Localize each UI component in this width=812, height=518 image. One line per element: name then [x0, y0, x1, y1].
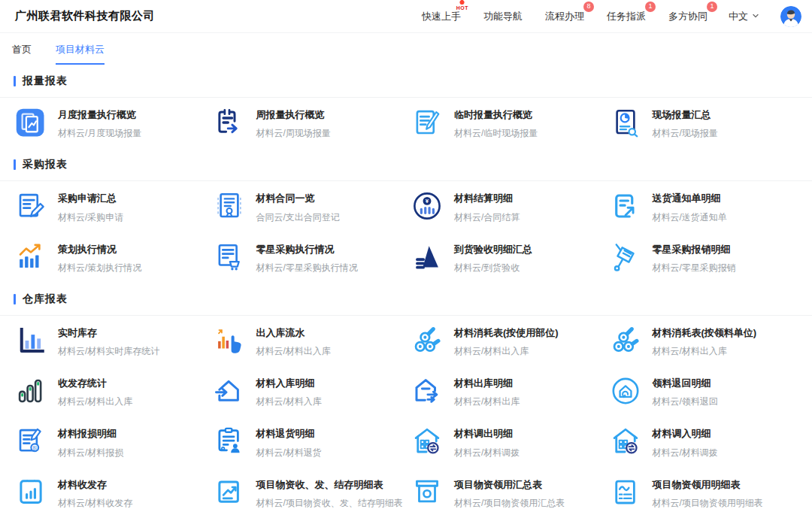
report-card[interactable]: 月度报量执行概览材料云/月度现场报量: [15, 98, 214, 148]
report-card[interactable]: 到货验收明细汇总材料云/到货验收: [411, 232, 610, 283]
card-texts: 临时报量执行概览材料云/临时现场报量: [454, 107, 538, 140]
section-header: 报量报表: [0, 65, 812, 88]
card-texts: 材料消耗表(按使用部位)材料云/材料出入库: [454, 325, 559, 358]
bin-circle-icon: [411, 477, 443, 508]
language-switcher[interactable]: 中文: [729, 10, 759, 23]
card-title: 出入库流水: [256, 327, 331, 339]
report-card[interactable]: 现场报量汇总材料云/现场报量: [610, 98, 808, 148]
report-card[interactable]: 零星采购执行情况材料云/零星采购执行情况: [214, 232, 412, 283]
doc-cart-icon: [214, 241, 245, 273]
card-path: 材料云/项目物资领用明细表: [653, 497, 763, 510]
card-path: 材料云/送货通知单: [653, 211, 727, 224]
notification-badge: 8: [583, 2, 594, 12]
tab-home[interactable]: 首页: [12, 43, 32, 65]
house-arrow-in-icon: [214, 375, 245, 407]
card-title: 月度报量执行概览: [58, 109, 141, 121]
user-avatar[interactable]: [780, 6, 801, 27]
report-card[interactable]: 项目物资领用明细表材料云/项目物资领用明细表: [610, 468, 808, 518]
report-card[interactable]: 材料入库明细材料云/材料入库: [214, 366, 412, 417]
report-card[interactable]: 材料消耗表(按使用部位)材料云/材料出入库: [411, 316, 610, 366]
card-grid: 实时库存材料云/材料实时库存统计出入库流水材料云/材料出入库材料消耗表(按使用部…: [0, 316, 812, 518]
section-warehouse-reports: 仓库报表实时库存材料云/材料实时库存统计出入库流水材料云/材料出入库材料消耗表(…: [0, 283, 812, 518]
card-texts: 零星采购报销明细材料云/零星采购报销: [653, 241, 736, 274]
card-path: 材料云/材料收发存: [58, 497, 132, 510]
card-path: 材料云/合同结算: [454, 211, 520, 224]
card-title: 材料报损明细: [58, 428, 123, 440]
circle-house-return-icon: [610, 375, 641, 407]
language-label: 中文: [729, 10, 748, 23]
bars-hand-icon: [214, 325, 245, 356]
report-card[interactable]: 送货通知单明细材料云/送货通知单: [610, 181, 808, 232]
avatar-person-icon: [780, 6, 801, 27]
nav-item-label: 流程办理: [545, 11, 584, 22]
card-path: 材料云/材料调拨: [653, 447, 718, 459]
card-path: 合同云/支出合同登记: [256, 211, 340, 224]
nav-item-multi-collab[interactable]: 多方协同1: [668, 10, 707, 23]
card-path: 材料云/零星采购报销: [653, 262, 736, 274]
card-texts: 项目物资收、发、结存明细表材料云/项目物资收、发、结存明细表: [256, 477, 403, 510]
nav-item-process-handling[interactable]: 流程办理8: [545, 10, 584, 23]
card-texts: 项目物资领用明细表材料云/项目物资领用明细表: [653, 477, 763, 510]
card-title: 送货通知单明细: [653, 192, 727, 204]
report-card[interactable]: 项目物资领用汇总表材料云/项目物资领用汇总表: [411, 468, 610, 518]
report-card[interactable]: 材料调出明细材料云/材料调拨: [411, 417, 610, 467]
card-texts: 材料调出明细材料云/材料调拨: [454, 426, 520, 459]
card-title: 材料结算明细: [454, 192, 520, 204]
report-card[interactable]: 采购申请汇总材料云/采购申请: [15, 181, 214, 232]
card-path: 材料云/材料退货: [256, 447, 322, 459]
card-texts: 材料消耗表(按领料单位)材料云/材料出入库: [653, 325, 757, 358]
card-texts: 材料入库明细材料云/材料入库: [256, 375, 322, 408]
doc-pie-search-icon: [610, 107, 641, 138]
section-accent-bar: [14, 294, 16, 304]
card-title: 材料消耗表(按使用部位): [454, 327, 559, 339]
report-card[interactable]: 临时报量执行概览材料云/临时现场报量: [411, 98, 610, 148]
nav-item-label: 功能导航: [483, 11, 523, 22]
svg-text:¥: ¥: [426, 198, 429, 205]
report-card[interactable]: 项目物资收、发、结存明细表材料云/项目物资收、发、结存明细表: [214, 468, 412, 518]
page-tabs: 首页项目材料云: [0, 33, 812, 65]
card-title: 到货验收明细汇总: [454, 244, 532, 256]
contract-seal-icon: [214, 190, 245, 222]
pipes-icon: [610, 325, 641, 356]
chevron-down-icon: [752, 11, 759, 22]
card-title: 临时报量执行概览: [454, 109, 538, 121]
report-card[interactable]: 策划执行情况材料云/策划执行情况: [15, 232, 214, 283]
report-card[interactable]: 周报量执行概览材料云/周现场报量: [214, 98, 412, 148]
card-title: 项目物资领用明细表: [653, 479, 763, 491]
card-path: 材料云/材料出入库: [256, 345, 331, 358]
card-title: 材料收发存: [58, 479, 132, 491]
card-texts: 材料结算明细材料云/合同结算: [454, 190, 520, 223]
section-header: 仓库报表: [0, 283, 812, 306]
card-texts: 收发存统计材料云/材料出入库: [58, 375, 132, 408]
report-card[interactable]: 材料退货明细材料云/材料退货: [214, 417, 412, 467]
report-card[interactable]: 零星采购报销明细材料云/零星采购报销: [610, 232, 808, 283]
report-card[interactable]: 材料出库明细材料云/材料出库: [411, 366, 610, 417]
card-path: 材料云/现场报量: [653, 127, 718, 140]
clipboard-wave-icon: [610, 477, 641, 508]
report-sections: 报量报表月度报量执行概览材料云/月度现场报量周报量执行概览材料云/周现场报量临时…: [0, 65, 812, 518]
card-title: 材料调出明细: [454, 428, 520, 440]
card-title: 周报量执行概览: [256, 109, 331, 121]
nav-item-feature-nav[interactable]: 功能导航: [483, 10, 523, 23]
report-card[interactable]: ¥材料结算明细材料云/合同结算: [411, 181, 610, 232]
report-card[interactable]: 材料消耗表(按领料单位)材料云/材料出入库: [610, 316, 808, 366]
report-card[interactable]: 领料退回明细材料云/领料退回: [610, 366, 808, 417]
nav-item-task-assign[interactable]: 任务指派1: [607, 10, 646, 23]
header-right: 快速上手HOT功能导航流程办理8任务指派1多方协同1 中文: [422, 6, 801, 27]
card-title: 策划执行情况: [58, 244, 141, 256]
card-texts: 月度报量执行概览材料云/月度现场报量: [58, 107, 141, 140]
card-path: 材料云/项目物资领用汇总表: [454, 497, 565, 510]
card-texts: 采购申请汇总材料云/采购申请: [58, 190, 123, 223]
report-card[interactable]: 收发存统计材料云/材料出入库: [15, 366, 214, 417]
nav-item-quick-start[interactable]: 快速上手HOT: [422, 10, 461, 23]
card-title: 材料入库明细: [256, 377, 322, 389]
report-card[interactable]: 损材料报损明细材料云/材料报损: [15, 417, 214, 467]
report-card[interactable]: 实时库存材料云/材料实时库存统计: [15, 316, 214, 366]
tab-project-material-cloud[interactable]: 项目材料云: [56, 43, 105, 65]
report-card[interactable]: 材料调入明细材料云/材料调拨: [610, 417, 808, 467]
report-card[interactable]: 材料收发存材料云/材料收发存: [15, 468, 214, 518]
report-card[interactable]: 材料合同一览合同云/支出合同登记: [214, 181, 412, 232]
top-header: 广州联君软件科技有限公司 快速上手HOT功能导航流程办理8任务指派1多方协同1 …: [0, 0, 812, 33]
report-card[interactable]: 出入库流水材料云/材料出入库: [214, 316, 412, 366]
axis-bars-icon: [15, 325, 47, 356]
